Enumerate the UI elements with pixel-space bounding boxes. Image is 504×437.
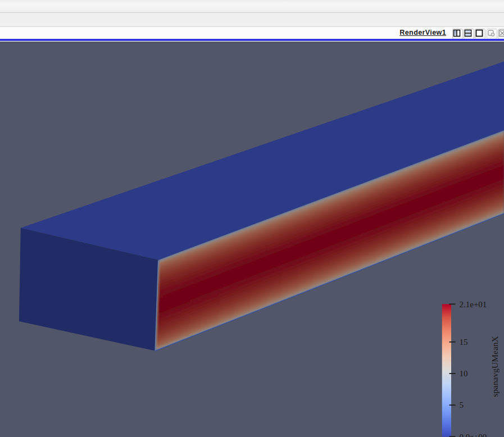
svg-text:15: 15 xyxy=(460,338,468,347)
svg-text:2.1e+01: 2.1e+01 xyxy=(460,300,487,309)
svg-text:0.0e+00: 0.0e+00 xyxy=(460,433,487,437)
svg-text:spanavgUMeanX: spanavgUMeanX xyxy=(490,336,500,397)
svg-text:5: 5 xyxy=(460,400,464,409)
svg-text:10: 10 xyxy=(460,369,468,378)
